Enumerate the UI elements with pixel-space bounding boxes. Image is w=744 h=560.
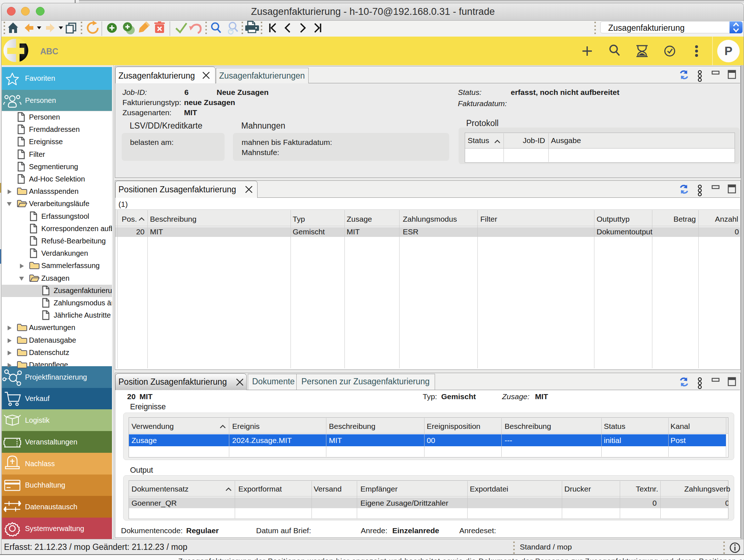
svg-text:P: P: [724, 44, 732, 58]
